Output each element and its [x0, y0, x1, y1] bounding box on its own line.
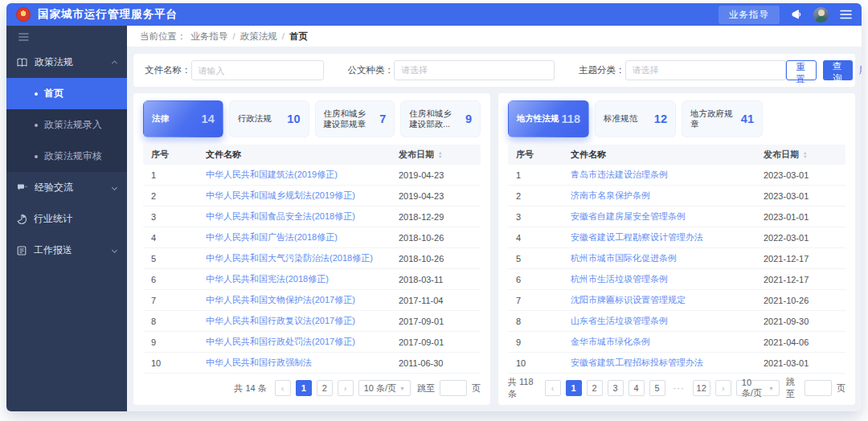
- breadcrumb: 当前位置： 业务指导 / 政策法规 / 首页: [127, 26, 862, 47]
- tab[interactable]: 住房和城乡建设部规章7: [315, 100, 395, 137]
- prev-page-button[interactable]: ‹: [275, 380, 291, 396]
- tab[interactable]: 标准规范12: [595, 100, 676, 137]
- row-index: 2: [151, 191, 206, 201]
- jump-page-input[interactable]: [805, 380, 832, 396]
- business-guide-button[interactable]: 业务指导: [719, 6, 780, 24]
- menu-list-icon[interactable]: [840, 10, 852, 19]
- row-index: 6: [151, 275, 206, 284]
- sort-publish-date[interactable]: 发布日期 ▲▼: [764, 149, 837, 161]
- document-link[interactable]: 中华人民共和国宪法(2018修正): [206, 273, 399, 285]
- sidebar-item-policy-entry[interactable]: 政策法规录入: [6, 109, 127, 141]
- tab[interactable]: 地方性法规118: [508, 100, 589, 137]
- bullet-icon: [35, 155, 38, 158]
- document-link[interactable]: 济南市名泉保护条例: [571, 190, 764, 202]
- local-regulation-panel: 地方性法规118标准规范12地方政府规章41 序号 文件名称 发布日期 ▲▼ 1…: [498, 93, 855, 405]
- tab[interactable]: 行政法规10: [229, 100, 309, 137]
- tab-label: 住房和城乡建设部政...: [409, 108, 457, 129]
- row-index: 10: [151, 358, 206, 368]
- announcement-icon[interactable]: [791, 9, 802, 20]
- document-link[interactable]: 青岛市违法建设治理条例: [571, 169, 764, 181]
- document-link[interactable]: 金华市城市绿化条例: [571, 336, 764, 348]
- next-page-button[interactable]: ›: [338, 380, 354, 396]
- sidebar-collapse-icon[interactable]: [18, 33, 115, 41]
- reset-button[interactable]: 重 置: [786, 60, 817, 80]
- page-number-button[interactable]: 3: [608, 380, 624, 396]
- table-row: 7沈阳市牌匾标识设置管理规定2021-10-26: [508, 290, 845, 311]
- page-number-button[interactable]: 4: [628, 380, 645, 396]
- publish-date: 2017-11-04: [399, 296, 473, 305]
- document-link[interactable]: 中华人民共和国城乡规划法(2019修正): [206, 190, 399, 202]
- document-link[interactable]: 沈阳市牌匾标识设置管理规定: [571, 294, 764, 306]
- jump-page-input[interactable]: [440, 380, 467, 396]
- table-row: 2济南市名泉保护条例2023-03-01: [508, 186, 845, 206]
- row-index: 7: [151, 296, 206, 305]
- document-link[interactable]: 中华人民共和国行政处罚法(2017修正): [206, 336, 399, 348]
- tab[interactable]: 法律14: [143, 100, 223, 137]
- document-link[interactable]: 安徽省建设工程勘察设计管理办法: [571, 231, 764, 243]
- top-bar: ★ 国家城市运行管理服务平台 业务指导: [6, 3, 862, 26]
- document-link[interactable]: 中华人民共和国行政复议法(2017修正): [206, 315, 399, 327]
- publish-date: 2021-10-26: [764, 296, 837, 305]
- tab-label: 地方政府规章: [690, 108, 739, 129]
- sidebar-item-work-report[interactable]: 工作报送: [6, 235, 127, 266]
- document-link[interactable]: 安徽省建筑工程招标投标管理办法: [571, 357, 764, 369]
- table-row: 6杭州市生活垃圾管理条例2021-12-17: [508, 269, 845, 290]
- query-button[interactable]: 查 询: [823, 60, 853, 80]
- sort-icon: ▲▼: [803, 151, 807, 158]
- document-link[interactable]: 中华人民共和国大气污染防治法(2018修正): [206, 252, 399, 264]
- tab-count: 41: [741, 112, 754, 125]
- table-row: 2中华人民共和国城乡规划法(2019修正)2019-04-23: [143, 186, 481, 206]
- row-index: 7: [516, 296, 571, 305]
- filter-bar: 文件名称： 公文种类： 请选择 主题分类： 请选择 重 置 查 询 展开 >: [133, 54, 855, 87]
- tab-label: 法律: [152, 113, 169, 124]
- document-link[interactable]: 中华人民共和国建筑法(2019修正): [206, 169, 399, 181]
- breadcrumb-item[interactable]: 政策法规: [240, 31, 277, 43]
- document-link[interactable]: 中华人民共和国行政强制法: [206, 357, 399, 369]
- document-link[interactable]: 安徽省自建房屋安全管理条例: [571, 210, 764, 223]
- publish-date: 2021-09-30: [764, 317, 837, 326]
- page-number-button[interactable]: 1: [296, 380, 312, 396]
- publish-date: 2022-03-01: [764, 233, 837, 243]
- tab-count: 118: [562, 112, 580, 125]
- document-link[interactable]: 杭州市生活垃圾管理条例: [571, 273, 764, 285]
- user-avatar[interactable]: [813, 7, 829, 22]
- sidebar-item-industry-statistics[interactable]: 行业统计: [6, 203, 127, 235]
- sidebar-item-policy-review[interactable]: 政策法规审核: [6, 141, 127, 172]
- page-number-button[interactable]: 5: [649, 380, 665, 396]
- tab[interactable]: 住房和城乡建设部政...9: [400, 100, 481, 137]
- sidebar-item-policy-regulations[interactable]: 政策法规: [6, 47, 127, 78]
- page-size-select[interactable]: 10 条/页▼: [358, 380, 411, 396]
- page-number-button[interactable]: 2: [317, 380, 333, 396]
- bullet-icon: [35, 92, 38, 96]
- chevron-up-icon: [112, 60, 117, 66]
- bullet-icon: [35, 124, 38, 127]
- breadcrumb-item[interactable]: 业务指导: [191, 31, 228, 43]
- topic-category-select[interactable]: 请选择: [625, 60, 786, 80]
- table-row: 1中华人民共和国建筑法(2019修正)2019-04-23: [143, 165, 481, 186]
- document-link[interactable]: 杭州市城市国际化促进条例: [571, 252, 764, 264]
- book-icon: [17, 58, 27, 67]
- publish-date: 2018-10-26: [399, 254, 473, 264]
- publish-date: 2021-12-17: [764, 254, 837, 264]
- row-index: 4: [151, 233, 206, 243]
- next-page-button[interactable]: ›: [715, 380, 731, 396]
- prev-page-button[interactable]: ‹: [545, 380, 561, 396]
- page-number-button[interactable]: 2: [587, 380, 603, 396]
- sidebar-item-experience-exchange[interactable]: 经验交流: [6, 172, 127, 203]
- page-size-select[interactable]: 10 条/页▼: [736, 380, 780, 396]
- document-link[interactable]: 中华人民共和国食品安全法(2018修正): [206, 210, 399, 223]
- page-number-button[interactable]: 1: [566, 380, 582, 396]
- document-link[interactable]: 山东省生活垃圾管理条例: [571, 315, 764, 327]
- doc-type-select[interactable]: 请选择: [394, 60, 555, 80]
- page-number-button[interactable]: 12: [693, 380, 710, 396]
- document-link[interactable]: 中华人民共和国文物保护法(2017修正): [206, 294, 399, 306]
- chevron-down-icon: [112, 247, 117, 253]
- expand-link[interactable]: 展开 >: [859, 64, 862, 76]
- file-name-input[interactable]: [191, 60, 324, 80]
- tab[interactable]: 地方政府规章41: [682, 100, 763, 137]
- document-link[interactable]: 中华人民共和国广告法(2018修正): [206, 231, 399, 243]
- sidebar-item-home[interactable]: 首页: [6, 78, 127, 109]
- sort-publish-date[interactable]: 发布日期 ▲▼: [399, 149, 473, 161]
- app-title: 国家城市运行管理服务平台: [38, 7, 178, 22]
- tab-list: 地方性法规118标准规范12地方政府规章41: [508, 100, 845, 137]
